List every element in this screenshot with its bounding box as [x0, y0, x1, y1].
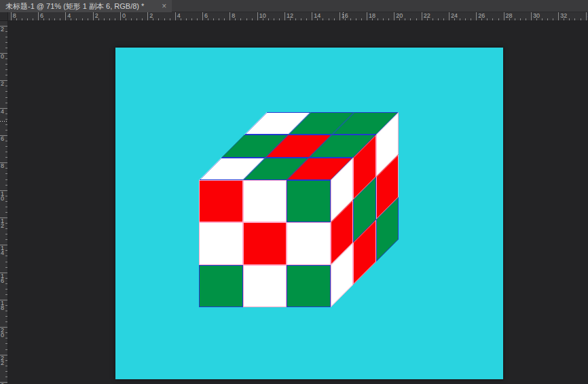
- cube-cell: [287, 222, 331, 264]
- ruler-minor-tick: [5, 42, 7, 43]
- ruler-major-tick: [120, 12, 121, 20]
- ruler-minor-tick: [5, 75, 7, 75]
- ruler-minor-tick: [158, 18, 159, 20]
- ruler-minor-tick: [443, 18, 444, 20]
- document-canvas[interactable]: [115, 48, 503, 379]
- ruler-minor-tick: [246, 18, 247, 20]
- ruler-minor-tick: [372, 18, 373, 20]
- ruler-minor-tick: [5, 349, 7, 350]
- ruler-minor-tick: [16, 18, 17, 20]
- ruler-minor-tick: [306, 18, 307, 20]
- ruler-minor-tick: [536, 18, 537, 20]
- cube-cell: [287, 265, 331, 307]
- ruler-minor-tick: [323, 18, 323, 20]
- ruler-minor-tick: [5, 283, 7, 284]
- ruler-minor-tick: [410, 18, 411, 20]
- ruler-minor-tick: [60, 18, 60, 20]
- ruler-minor-tick: [5, 377, 7, 377]
- ruler-cursor-marker: [0, 121, 8, 122]
- ruler-minor-tick: [43, 18, 44, 20]
- ruler-minor-tick: [481, 18, 482, 20]
- ruler-minor-tick: [5, 37, 7, 37]
- cube-cell: [243, 265, 287, 307]
- ruler-minor-tick: [5, 278, 7, 279]
- ruler-minor-tick: [5, 239, 7, 240]
- ruler-label: 1 6: [1, 274, 4, 283]
- ruler-minor-tick: [263, 18, 263, 20]
- ruler-minor-tick: [186, 18, 187, 20]
- ruler-minor-tick: [126, 18, 126, 20]
- ruler-minor-tick: [5, 114, 7, 114]
- ruler-label: 2 0: [1, 328, 4, 338]
- ruler-minor-tick: [5, 91, 7, 92]
- ruler-minor-tick: [181, 18, 181, 20]
- horizontal-ruler[interactable]: 86420246810121416182022242628303234: [8, 12, 588, 21]
- ruler-minor-tick: [405, 18, 405, 20]
- ruler-major-tick: [394, 12, 394, 20]
- ruler-minor-tick: [526, 18, 526, 20]
- ruler-minor-tick: [454, 18, 455, 20]
- ruler-major-tick: [422, 12, 422, 20]
- ruler-minor-tick: [235, 18, 236, 20]
- ruler-minor-tick: [564, 18, 564, 20]
- ruler-minor-tick: [492, 18, 493, 20]
- canvas-viewport[interactable]: [8, 21, 588, 384]
- ruler-minor-tick: [268, 18, 269, 20]
- ruler-major-tick: [65, 12, 66, 20]
- ruler-minor-tick: [427, 18, 428, 20]
- ruler-minor-tick: [5, 69, 7, 70]
- ruler-minor-tick: [5, 321, 7, 322]
- ruler-minor-tick: [252, 18, 253, 20]
- ruler-minor-tick: [191, 18, 192, 20]
- ruler-minor-tick: [5, 256, 7, 256]
- ruler-label: 1 0: [1, 192, 4, 201]
- ruler-label: 1 8: [1, 301, 4, 311]
- ruler-minor-tick: [5, 201, 7, 202]
- ruler-minor-tick: [5, 289, 7, 290]
- ruler-major-tick: [312, 12, 312, 20]
- ruler-label: 8: [1, 164, 4, 169]
- ruler-major-tick: [175, 12, 176, 20]
- ruler-minor-tick: [5, 31, 7, 32]
- ruler-minor-tick: [5, 338, 7, 338]
- ruler-minor-tick: [197, 18, 198, 20]
- ruler-minor-tick: [76, 18, 77, 20]
- ruler-minor-tick: [465, 18, 466, 20]
- ruler-major-tick: [504, 12, 504, 20]
- document-tab[interactable]: 未标题-1 @ 71% (矩形 1 副本 6, RGB/8) * ×: [0, 0, 172, 12]
- ruler-origin-box[interactable]: [0, 12, 8, 21]
- ruler-minor-tick: [27, 18, 28, 20]
- ruler-minor-tick: [356, 18, 356, 20]
- ruler-minor-tick: [49, 18, 50, 20]
- ruler-major-tick: [284, 12, 285, 20]
- tab-bar: 未标题-1 @ 71% (矩形 1 副本 6, RGB/8) * ×: [0, 0, 588, 12]
- tab-close-icon[interactable]: ×: [162, 0, 166, 12]
- ruler-minor-tick: [553, 18, 553, 20]
- ruler-minor-tick: [5, 332, 7, 333]
- ruler-minor-tick: [5, 130, 7, 130]
- ruler-minor-tick: [5, 152, 7, 152]
- vertical-ruler[interactable]: 2024681 01 21 41 61 82 02 22 4: [0, 21, 8, 384]
- ruler-minor-tick: [361, 18, 362, 20]
- ruler-minor-tick: [104, 18, 105, 20]
- cube-cell: [199, 180, 243, 222]
- ruler-label: 1 4: [1, 246, 4, 256]
- ruler-minor-tick: [388, 18, 389, 20]
- ruler-minor-tick: [317, 18, 318, 20]
- ruler-label: 2 2: [1, 356, 4, 366]
- ruler-minor-tick: [170, 18, 170, 20]
- ruler-minor-tick: [334, 18, 335, 20]
- ruler-minor-tick: [279, 18, 280, 20]
- ruler-major-tick: [202, 12, 203, 20]
- ruler-minor-tick: [5, 223, 7, 224]
- ruler-minor-tick: [22, 18, 22, 20]
- ruler-minor-tick: [240, 18, 241, 20]
- ruler-major-tick: [339, 12, 340, 20]
- ruler-cursor-marker: [343, 12, 344, 21]
- ruler-major-tick: [449, 12, 449, 20]
- ruler-minor-tick: [153, 18, 153, 20]
- ruler-minor-tick: [5, 97, 7, 98]
- ruler-minor-tick: [142, 18, 143, 20]
- ruler-major-tick: [11, 12, 12, 20]
- ruler-minor-tick: [5, 146, 7, 147]
